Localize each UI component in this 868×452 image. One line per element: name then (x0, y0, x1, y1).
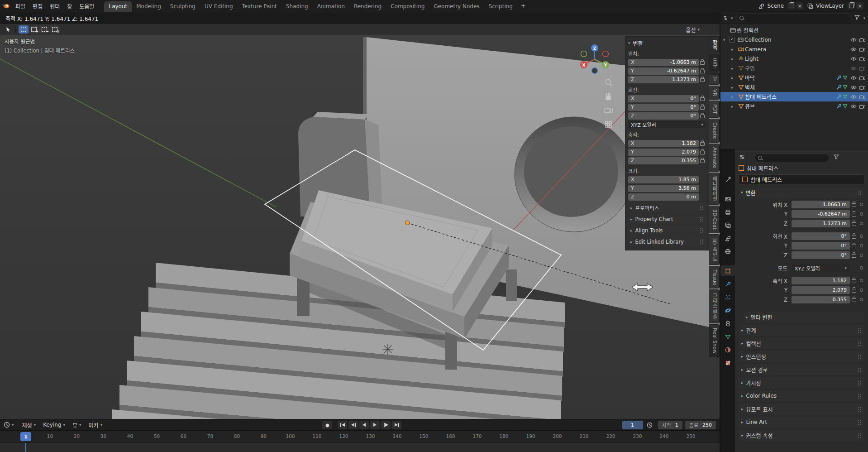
jump-to-end-button[interactable] (392, 421, 401, 429)
workspace-tab[interactable]: Texture Paint (238, 1, 281, 12)
view-layer-copy-button[interactable] (848, 2, 855, 10)
timeline-menu[interactable]: 뷰 ▾ (69, 420, 85, 430)
timeline-ruler[interactable]: 1020304050607080901001101201301401501601… (0, 430, 720, 442)
outliner-row[interactable]: ▸ ✓ Camera (720, 44, 868, 54)
lock-icon[interactable] (850, 253, 858, 258)
frame-start-field[interactable]: 시작 1 (658, 421, 682, 429)
delta-transform-panel[interactable]: ▸ 델타 변환 (743, 312, 864, 322)
expander-icon[interactable]: ▾ (723, 38, 729, 42)
render-camera-icon[interactable] (859, 57, 865, 61)
scene-copy-button[interactable] (787, 2, 795, 10)
eye-icon[interactable] (850, 57, 857, 61)
tab-texture[interactable] (720, 357, 735, 368)
tab-tool[interactable] (720, 174, 735, 185)
lock-icon[interactable] (699, 141, 706, 146)
number-field[interactable]: -1.0663 m (792, 201, 850, 208)
expander-icon[interactable]: ▸ (731, 76, 737, 80)
outliner-row[interactable]: ✓ 씬 컬렉션 (720, 25, 868, 35)
sidebar-tab[interactable]: 3D 프린트 (709, 234, 720, 265)
animate-dot[interactable] (858, 279, 864, 282)
animate-dot[interactable] (858, 289, 864, 292)
jump-to-start-button[interactable] (338, 421, 347, 429)
workspace-tab[interactable]: Shading (281, 1, 313, 12)
view-layer-selector[interactable]: ViewLayer (805, 2, 846, 10)
lock-icon[interactable] (850, 212, 858, 216)
animate-dot[interactable] (858, 203, 864, 206)
number-field[interactable]: X1.85 m (628, 176, 699, 183)
collapsed-panel-header[interactable]: ▸ 모션 경로 (739, 364, 864, 375)
playhead-line[interactable] (25, 443, 26, 452)
tab-render[interactable] (720, 193, 735, 204)
workspace-tab[interactable]: UV Editing (200, 1, 238, 12)
render-camera-icon[interactable] (859, 95, 865, 99)
number-field[interactable]: Y-0.62647 m (628, 67, 699, 75)
render-camera-icon[interactable] (859, 104, 865, 109)
lock-icon[interactable] (699, 60, 706, 65)
timeline-menu[interactable]: Keying ▾ (39, 420, 69, 430)
lock-icon[interactable] (699, 113, 706, 118)
rotation-mode-dropdown[interactable]: XYZ 오일러 ▾ (628, 121, 706, 128)
animate-dot[interactable] (858, 254, 864, 257)
lock-icon[interactable] (699, 96, 706, 101)
sidebar-tab[interactable]: 항목 (709, 36, 720, 53)
menubar-item[interactable]: 창 (63, 0, 76, 12)
scene-unlink-button[interactable]: × (796, 2, 803, 10)
eye-icon[interactable] (850, 104, 857, 109)
collapsed-panel-header[interactable]: ▸ Line Art (739, 417, 864, 428)
lock-icon[interactable] (850, 278, 858, 283)
menubar-item[interactable]: 파일 (12, 0, 29, 12)
expander-icon[interactable]: ▸ (731, 47, 737, 52)
play-reverse-button[interactable] (359, 421, 369, 429)
number-field[interactable]: 0° (792, 251, 850, 259)
timeline-menu[interactable]: 재생 ▾ (19, 420, 40, 430)
sidebar-tab[interactable]: Real Snow (709, 324, 720, 357)
render-camera-icon[interactable] (859, 47, 865, 52)
lock-icon[interactable] (699, 158, 706, 163)
eye-icon[interactable] (850, 85, 857, 90)
view-layer-remove-button[interactable]: × (856, 2, 863, 10)
animate-dot[interactable] (858, 266, 864, 269)
expander-icon[interactable]: ▸ (731, 66, 737, 71)
lock-icon[interactable] (699, 77, 706, 82)
menubar-item[interactable]: 편집 (29, 0, 46, 12)
expander-icon[interactable]: ▸ (731, 85, 737, 90)
eye-icon[interactable] (850, 76, 857, 80)
collapsed-panel-header[interactable]: ▸ Align Tools (628, 226, 706, 235)
filter-funnel-icon[interactable] (854, 14, 860, 22)
lock-icon[interactable] (850, 221, 858, 226)
sidebar-tab[interactable]: Tissue (709, 266, 720, 289)
number-field[interactable]: X1.182 (628, 140, 699, 147)
object-name-field[interactable]: 침대 메트리스 (739, 174, 864, 184)
select-mode-intersect-button[interactable]: ∩ (50, 25, 60, 34)
outliner-display-mode-dropdown[interactable]: ▾ (723, 15, 733, 21)
sidebar-tab[interactable]: Animate (709, 144, 720, 172)
lock-icon[interactable] (699, 68, 706, 73)
tab-view-layer[interactable] (720, 220, 735, 231)
number-field[interactable]: X0° (628, 95, 699, 102)
tab-object[interactable] (720, 265, 735, 276)
frame-end-field[interactable]: 종료 250 (685, 421, 716, 429)
animate-dot[interactable] (858, 212, 864, 216)
outliner-row[interactable]: ▸ ✓ 침대 메트리스 (720, 92, 868, 101)
collapsed-panel-header[interactable]: ▸ 커스텀 속성 (739, 430, 864, 441)
render-camera-icon[interactable] (859, 85, 865, 90)
workspace-tab[interactable]: Layout (104, 1, 132, 12)
number-field[interactable]: Z1.1273 m (628, 76, 699, 83)
options-dropdown[interactable]: 옵션 ▾ (686, 26, 700, 34)
prev-keyframe-button[interactable] (348, 421, 358, 429)
tab-physics[interactable] (720, 305, 735, 316)
tweak-tool-icon[interactable] (4, 25, 13, 34)
auto-keying-record-button[interactable]: ● (322, 421, 332, 429)
outliner-row[interactable]: ▸ ✓ 구멍 (720, 63, 868, 73)
timeline-menu[interactable]: 마커 ▾ (85, 420, 106, 430)
current-frame-field[interactable]: 1 (622, 421, 643, 429)
next-keyframe-button[interactable] (381, 421, 391, 429)
lock-icon[interactable] (850, 297, 858, 302)
number-field[interactable]: 2.079 (792, 286, 850, 294)
eye-icon[interactable] (850, 38, 857, 42)
preview-range-clock-icon[interactable] (647, 422, 653, 428)
tab-material[interactable] (720, 344, 735, 355)
sidebar-tab[interactable]: VR (709, 86, 720, 100)
3d-viewport-scene[interactable]: Z X Y (0, 12, 720, 419)
collapsed-panel-header[interactable]: ▸ Property Chart (628, 214, 706, 224)
